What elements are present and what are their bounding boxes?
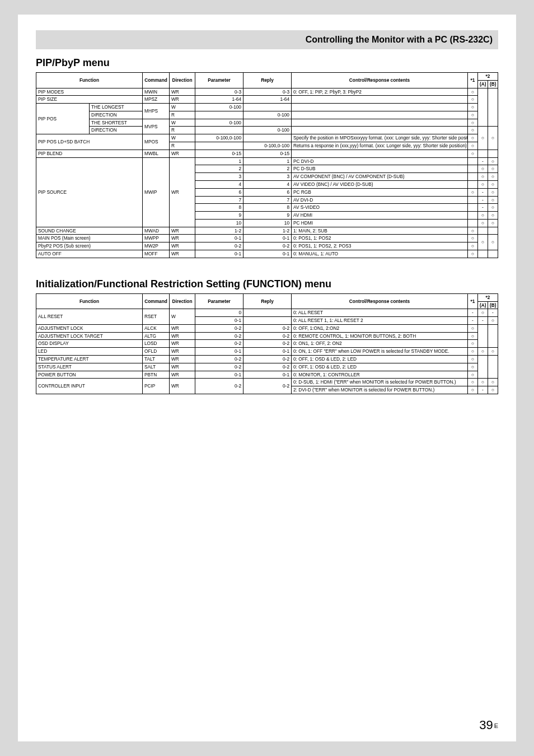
table-row: POWER BUTTON PBTN WR 0-1 0-1 0: MONITOR,… bbox=[36, 371, 498, 379]
hdr-s2b: (B) bbox=[488, 80, 498, 88]
cell bbox=[468, 196, 478, 204]
cell: ○ bbox=[488, 348, 498, 356]
cell: PIP POS LD+SD BATCH bbox=[36, 134, 143, 150]
cell: 8 bbox=[243, 204, 292, 212]
cell: 1-2 bbox=[243, 227, 292, 235]
cell: - bbox=[478, 204, 488, 212]
cell: 0-2 bbox=[243, 340, 292, 348]
cell: ○ bbox=[468, 104, 478, 111]
cell: 0: ON, 1: OFF "ERR" when LOW POWER is se… bbox=[292, 348, 468, 356]
table-row: ALL RESET RSET W 0 0: ALL RESET - ○ - bbox=[36, 309, 498, 317]
cell bbox=[478, 324, 488, 347]
cell bbox=[468, 173, 478, 181]
cell: ○ bbox=[478, 173, 488, 181]
table-row: OSD DISPLAY LOSD WR 0-2 0-2 0: ON1, 1: O… bbox=[36, 340, 498, 348]
table-row: ADJUSTMENT LOCK ALCK WR 0-2 0-2 0: OFF, … bbox=[36, 324, 498, 332]
cell: ○ bbox=[478, 309, 488, 317]
cell: ○ bbox=[488, 379, 498, 386]
cell: 4 bbox=[243, 180, 292, 188]
hdr-s1: *1 bbox=[468, 73, 478, 88]
cell: 0: D-SUB, 1: HDMI ("ERR" when MONITOR is… bbox=[292, 379, 468, 386]
cell bbox=[468, 204, 478, 212]
cell: ADJUSTMENT LOCK bbox=[36, 324, 143, 332]
cell: 1 bbox=[195, 157, 243, 165]
hdr-command: Command bbox=[143, 73, 170, 88]
cell: W bbox=[170, 119, 195, 127]
cell: ○ bbox=[468, 227, 478, 235]
cell: 0-100 bbox=[243, 127, 292, 134]
cell: 8 bbox=[195, 204, 243, 212]
cell: ○ bbox=[478, 235, 488, 250]
hdr-direction: Direction bbox=[170, 73, 195, 88]
cell: 0-100,0-100 bbox=[243, 142, 292, 150]
cell: 0-1 bbox=[243, 371, 292, 379]
cell: ○ bbox=[468, 356, 478, 363]
cell: 0: ON1, 1: OFF, 2: ON2 bbox=[292, 340, 468, 348]
cell: AV HDMI bbox=[292, 212, 468, 220]
cell: - bbox=[478, 317, 488, 325]
cell: 0-2 bbox=[195, 242, 243, 250]
cell: 0-2 bbox=[195, 324, 243, 332]
cell: ○ bbox=[488, 212, 498, 220]
cell: - bbox=[468, 309, 478, 317]
cell: ○ bbox=[468, 88, 478, 96]
cell: PC RGB bbox=[292, 188, 468, 196]
cell: 0: ALL RESET bbox=[292, 309, 468, 317]
cell bbox=[292, 150, 468, 157]
table-row: DIRECTION R 0-100 ○ ○ ○ bbox=[36, 127, 498, 134]
cell bbox=[195, 142, 243, 150]
table-row: DIRECTION R 0-100 ○ bbox=[36, 111, 498, 119]
cell: ○ bbox=[468, 363, 478, 371]
cell: WR bbox=[170, 242, 195, 250]
cell bbox=[292, 127, 468, 134]
cell: MOFF bbox=[143, 250, 170, 258]
cell: 0: POS1, 1: POS2, 2: POS3 bbox=[292, 242, 468, 250]
cell bbox=[488, 227, 498, 235]
cell: ○ bbox=[478, 219, 488, 227]
cell: 0-100 bbox=[195, 104, 243, 111]
cell: 0-1 bbox=[243, 348, 292, 356]
cell: 0: ALL RESET 1, 1: ALL RESET 2 bbox=[292, 317, 468, 325]
cell: PC D-SUB bbox=[292, 165, 468, 173]
cell: ○ bbox=[468, 386, 478, 394]
cell bbox=[478, 356, 488, 379]
cell bbox=[468, 219, 478, 227]
cell: WR bbox=[170, 88, 195, 96]
table-row: PIP MODES MWIN WR 0-3 0-3 0: OFF, 1: PIP… bbox=[36, 88, 498, 96]
hdr-reply: Reply bbox=[243, 73, 292, 88]
cell: 0-2 bbox=[195, 363, 243, 371]
section-header: Controlling the Monitor with a PC (RS-23… bbox=[36, 30, 498, 49]
cell: ○ bbox=[468, 96, 478, 104]
cell: WR bbox=[170, 235, 195, 242]
cell: 10 bbox=[195, 219, 243, 227]
cell: - bbox=[468, 317, 478, 325]
cell: ○ bbox=[468, 188, 478, 196]
cell: WR bbox=[170, 379, 195, 394]
cell: 10 bbox=[243, 219, 292, 227]
cell: PC DVI-D bbox=[292, 157, 468, 165]
cell: R bbox=[170, 127, 195, 134]
cell: 0-3 bbox=[195, 88, 243, 96]
cell: MW2P bbox=[143, 242, 170, 250]
cell: OFLD bbox=[143, 348, 170, 356]
cell: 0: OFF, 1: OSD & LED, 2: LED bbox=[292, 363, 468, 371]
cell: ○ bbox=[488, 219, 498, 227]
cell: AV S-VIDEO bbox=[292, 204, 468, 212]
hdr-content: Control/Response contents bbox=[292, 73, 468, 88]
cell: R bbox=[170, 111, 195, 119]
cell bbox=[488, 356, 498, 379]
cell: AV DVI-D bbox=[292, 196, 468, 204]
table-row: STATUS ALERT SALT WR 0-2 0-2 0: OFF, 1: … bbox=[36, 363, 498, 371]
cell: ○ bbox=[488, 235, 498, 250]
cell: ○ bbox=[488, 196, 498, 204]
table-row: PIP POS THE LONGEST MHPS W 0-100 ○ bbox=[36, 104, 498, 111]
cell: 0-2 bbox=[195, 356, 243, 363]
cell: 0-2 bbox=[243, 332, 292, 340]
cell bbox=[243, 104, 292, 111]
cell: PIP MODES bbox=[36, 88, 143, 96]
cell: MWAD bbox=[143, 227, 170, 235]
cell: WR bbox=[170, 332, 195, 340]
cell: MHPS bbox=[143, 104, 170, 119]
cell: MAIN POS (Main screen) bbox=[36, 235, 143, 242]
cell: ○ bbox=[468, 242, 478, 250]
